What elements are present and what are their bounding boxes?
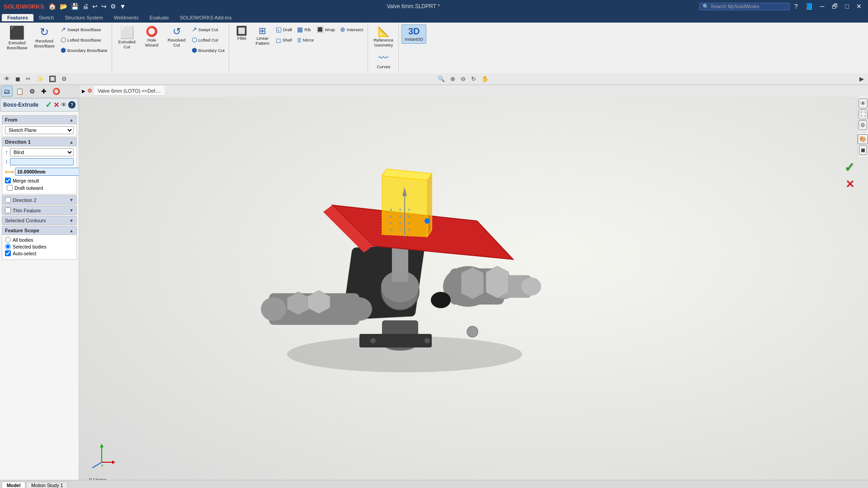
rt-fullscreen-btn[interactable]: ⛶ <box>859 109 868 119</box>
from-select[interactable]: Sketch Plane <box>5 126 74 134</box>
reference-geometry-button[interactable]: 📐 ReferenceGeometry <box>371 24 397 50</box>
qa-save[interactable]: 💾 <box>70 2 80 10</box>
section-view-btn[interactable]: 🔲 <box>47 74 58 84</box>
thin-feature-checkbox[interactable] <box>5 207 11 213</box>
maximize-button[interactable]: □ <box>843 2 852 11</box>
draft-outward-checkbox[interactable] <box>7 185 13 191</box>
direction1-header[interactable]: Direction 1 ▲ <box>2 137 77 146</box>
dimension-input[interactable]: 10.00000mm <box>15 168 79 176</box>
global-cancel-button[interactable]: ✕ <box>845 178 854 191</box>
view-orientation-btn[interactable]: 👁 <box>2 74 12 84</box>
zoom-to-fit-btn[interactable]: 🔍 <box>435 74 447 84</box>
rt-view-btn[interactable]: 👁 <box>859 99 868 108</box>
panel-tab-properties[interactable]: 🗂 <box>1 86 13 97</box>
zoom-in-btn[interactable]: ⊕ <box>448 74 458 84</box>
rib-label: Rib <box>304 27 311 32</box>
draft-button[interactable]: ◱ Draft <box>274 24 295 34</box>
more-btn[interactable]: ▶ <box>857 74 866 84</box>
fillet-button[interactable]: 🔲 Fillet <box>232 24 252 42</box>
qa-options[interactable]: ▼ <box>118 2 127 10</box>
extruded-cut-button[interactable]: ⬜ ExtrudedCut <box>115 24 139 52</box>
qa-new[interactable]: 🏠 <box>47 2 57 10</box>
panel-tab-config[interactable]: ⚙ <box>27 86 38 97</box>
hole-wizard-button[interactable]: ⭕ HoleWizard <box>140 24 164 50</box>
qa-undo[interactable]: ↩ <box>91 2 99 10</box>
panel-tab-add[interactable]: ✚ <box>38 86 49 97</box>
breadcrumb-arrow: ▶ <box>82 89 85 94</box>
tab-features[interactable]: Features <box>2 14 33 21</box>
cancel-button[interactable]: ✕ <box>53 101 59 109</box>
direction1-value-input[interactable] <box>10 158 74 165</box>
cut-buttons: ⬜ ExtrudedCut ⭕ HoleWizard ↺ RevolvedCut… <box>115 24 227 71</box>
rt-texture-btn[interactable]: ◼ <box>859 145 867 155</box>
selected-contours-section[interactable]: Selected Contours ▼ <box>2 216 77 225</box>
mirror-button[interactable]: ⧖ Mirror <box>295 35 316 45</box>
direction2-section[interactable]: Direction 2 ▼ <box>2 195 77 205</box>
viewport-canvas[interactable]: Y 0 Home ✓ ✕ 👁 ⛶ ⚙ 🎨 ◼ <box>79 97 868 480</box>
hide-show-btn[interactable]: ✂ <box>24 74 33 84</box>
qa-print[interactable]: 🖨 <box>81 2 90 10</box>
display-style-btn[interactable]: ◼ <box>13 74 23 84</box>
help-button[interactable]: ? <box>68 101 75 108</box>
view-settings-btn[interactable]: ⚙ <box>59 74 69 84</box>
swept-boss-button[interactable]: ↗ Swept Boss/Base <box>58 24 110 34</box>
extruded-boss-button[interactable]: ⬛ ExtrudedBoss/Base <box>4 24 30 53</box>
tab-sketch[interactable]: Sketch <box>33 14 60 21</box>
dimension-icon: ⟺ <box>5 168 14 175</box>
auto-select-checkbox[interactable] <box>5 250 11 256</box>
zoom-out-btn[interactable]: ⊖ <box>458 74 468 84</box>
left-end <box>261 297 286 321</box>
preview-button[interactable]: 👁 <box>61 101 67 108</box>
tab-addins[interactable]: SOLIDWORKS Add-Ins <box>175 14 237 21</box>
minimize-button[interactable]: ─ <box>817 2 827 11</box>
revolved-boss-button[interactable]: ↻ RevolvedBoss/Base <box>31 24 57 51</box>
boundary-cut-button[interactable]: ⬢ Boundary Cut <box>189 45 227 55</box>
panel-tab-tree[interactable]: 📋 <box>13 86 26 97</box>
linear-pattern-button[interactable]: ⊞ LinearPattern <box>253 24 273 48</box>
direction2-checkbox[interactable] <box>5 197 11 203</box>
direction1-chevron: ▲ <box>69 140 74 145</box>
boundary-cut-label: Boundary Cut <box>198 48 225 53</box>
sw-help-button[interactable]: 📘 <box>802 2 816 11</box>
thin-feature-section[interactable]: Thin Feature ▼ <box>2 206 77 215</box>
tab-model[interactable]: Model <box>2 482 25 488</box>
intersect-button[interactable]: ⊗ Intersect <box>338 24 365 34</box>
edit-appearance-btn[interactable]: ✨ <box>34 74 46 84</box>
direction1-type-select[interactable]: Blind <box>10 148 74 156</box>
qa-open[interactable]: 📂 <box>58 2 69 10</box>
feature-scope-header[interactable]: Feature Scope ▲ <box>2 226 77 235</box>
sw-logo-small: ⚙ <box>87 88 92 94</box>
selected-bodies-radio[interactable] <box>5 244 11 249</box>
wrap-button[interactable]: 🔳 Wrap <box>314 24 338 34</box>
restore-button[interactable]: 🗗 <box>829 2 841 11</box>
instant3d-button[interactable]: 3D Instant3D <box>401 24 426 44</box>
shell-button[interactable]: ◻ Shell <box>274 35 294 45</box>
swept-cut-button[interactable]: ↗ Swept Cut <box>189 24 227 34</box>
tab-motion-study[interactable]: Motion Study 1 <box>26 482 68 488</box>
curves-button[interactable]: 〰 Curves <box>371 51 396 71</box>
lofted-boss-button[interactable]: ⬡ Lofted Boss/Base <box>58 35 110 45</box>
tab-evaluate[interactable]: Evaluate <box>144 14 175 21</box>
all-bodies-radio[interactable] <box>5 237 11 243</box>
revolved-cut-button[interactable]: ↺ RevolvedCut <box>165 24 189 50</box>
boundary-boss-button[interactable]: ⬢ Boundary Boss/Base <box>58 45 110 55</box>
help-button[interactable]: ? <box>792 2 801 11</box>
search-input[interactable] <box>711 4 778 9</box>
pan-btn[interactable]: ✋ <box>479 74 491 84</box>
rt-color-btn[interactable]: 🎨 <box>858 134 868 144</box>
qa-redo[interactable]: ↪ <box>100 2 108 10</box>
panel-tab-favorites[interactable]: ⭕ <box>50 86 63 97</box>
tab-weldments[interactable]: Weldments <box>108 14 144 21</box>
lofted-cut-button[interactable]: ⬡ Lofted Cut <box>189 35 227 45</box>
rotate-btn[interactable]: ↻ <box>469 74 478 84</box>
tab-structure[interactable]: Structure System <box>60 14 108 21</box>
confirm-button[interactable]: ✓ <box>45 100 52 110</box>
direction1-type-row: ↑ Blind <box>5 148 74 156</box>
rt-settings-btn[interactable]: ⚙ <box>859 120 867 130</box>
qa-rebuild[interactable]: ⚙ <box>109 2 118 10</box>
rib-button[interactable]: ▦ Rib <box>295 24 313 34</box>
global-confirm-button[interactable]: ✓ <box>844 160 854 175</box>
merge-result-checkbox[interactable] <box>5 178 11 183</box>
from-section-header[interactable]: From ▲ <box>2 115 77 124</box>
close-button[interactable]: ✕ <box>854 2 864 11</box>
